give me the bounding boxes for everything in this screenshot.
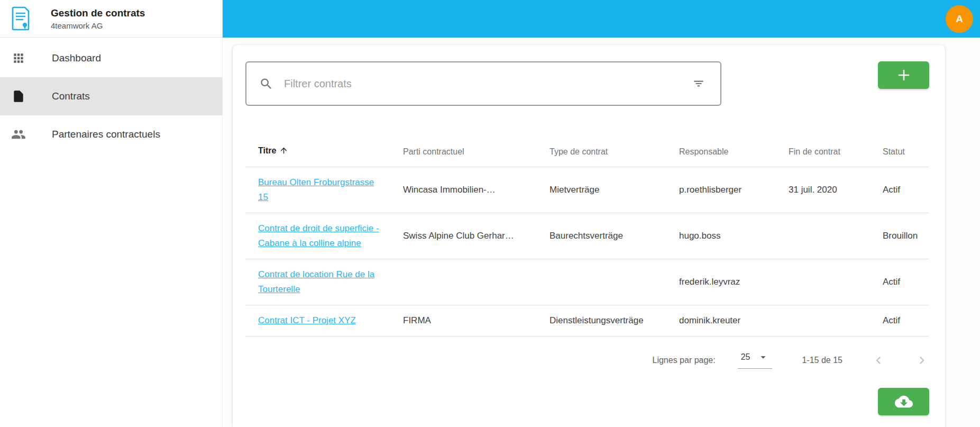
table-header-row: Titre Parti contractuel Type de contrat … — [245, 139, 929, 167]
pagination: Lignes par page: 25 1-15 de 15 — [245, 351, 929, 369]
cell-responsible: frederik.leyvraz — [666, 259, 776, 305]
table-row: Contrat ICT - Projet XYZ FIRMA Dienstlei… — [245, 305, 929, 337]
sidebar-item-partenaires[interactable]: Partenaires contractuels — [0, 115, 222, 153]
main-area: A — [223, 0, 980, 427]
pagination-range-label: 1-15 de 15 — [802, 356, 842, 365]
column-header-statut[interactable]: Statut — [870, 139, 929, 167]
contract-title-link[interactable]: Contrat ICT - Projet XYZ — [258, 315, 356, 325]
column-header-responsable[interactable]: Responsable — [666, 139, 776, 167]
download-export-button[interactable] — [878, 388, 929, 415]
cell-type — [537, 259, 666, 305]
sidebar-item-label: Contrats — [52, 90, 90, 102]
document-icon — [11, 88, 26, 104]
previous-page-button[interactable] — [871, 353, 886, 368]
cell-status: Actif — [870, 305, 929, 337]
cloud-download-icon — [895, 393, 913, 411]
table-row: Bureau Olten Froburgstrasse 15 Wincasa I… — [245, 167, 929, 213]
add-contract-button[interactable] — [878, 61, 929, 89]
column-header-titre[interactable]: Titre — [245, 139, 390, 167]
download-row — [245, 388, 929, 415]
table-row: Contrat de location Rue de la Tourterell… — [245, 259, 929, 305]
cell-party: Swiss Alpine Club Gerhar… — [390, 213, 537, 259]
sidebar-item-label: Dashboard — [52, 52, 101, 64]
cell-responsible: hugo.boss — [666, 213, 776, 259]
content-area: Titre Parti contractuel Type de contrat … — [223, 38, 980, 427]
contracts-card: Titre Parti contractuel Type de contrat … — [233, 45, 945, 427]
filter-list-icon[interactable] — [692, 77, 706, 90]
sort-ascending-icon — [279, 146, 288, 157]
search-icon — [259, 77, 273, 91]
table-row: Contrat de droit de superficie - Cabane … — [245, 213, 929, 259]
cell-type: Baurechtsverträge — [537, 213, 666, 259]
cell-party: FIRMA — [390, 305, 537, 337]
column-header-parti[interactable]: Parti contractuel — [390, 139, 537, 167]
filter-search-box[interactable] — [245, 61, 721, 106]
cell-party: Wincasa Immobilien-… — [390, 167, 537, 213]
column-header-label: Titre — [258, 146, 276, 155]
rows-per-page-label: Lignes par page: — [652, 356, 715, 365]
cell-status: Actif — [870, 167, 929, 213]
contract-title-link[interactable]: Bureau Olten Froburgstrasse 15 — [258, 177, 374, 202]
app-titles: Gestion de contrats 4teamwork AG — [51, 7, 145, 30]
user-avatar[interactable]: A — [946, 5, 973, 33]
sidebar-item-dashboard[interactable]: Dashboard — [0, 39, 222, 77]
app-logo-icon — [10, 6, 31, 31]
cell-type: Mietverträge — [537, 167, 666, 213]
sidebar-item-label: Partenaires contractuels — [52, 129, 160, 140]
column-header-type[interactable]: Type de contrat — [537, 139, 666, 167]
chevron-left-icon — [871, 353, 886, 368]
cell-end-date — [776, 305, 870, 337]
dropdown-arrow-icon — [757, 351, 769, 363]
next-page-button[interactable] — [914, 353, 929, 368]
rows-per-page-value: 25 — [741, 352, 750, 362]
app-root: Gestion de contrats 4teamwork AG Dashboa… — [0, 0, 980, 427]
plus-icon — [896, 67, 912, 83]
cell-end-date: 31 juil. 2020 — [776, 167, 870, 213]
topbar: A — [223, 0, 980, 38]
contracts-table: Titre Parti contractuel Type de contrat … — [245, 139, 929, 337]
toolbar — [245, 61, 929, 106]
app-subtitle: 4teamwork AG — [51, 21, 145, 30]
cell-responsible: p.roethlisberger — [666, 167, 776, 213]
cell-status: Actif — [870, 259, 929, 305]
cell-type: Dienstleistungsverträge — [537, 305, 666, 337]
app-title: Gestion de contrats — [51, 7, 145, 19]
people-icon — [11, 126, 26, 142]
filter-contracts-input[interactable] — [284, 78, 692, 90]
sidebar: Gestion de contrats 4teamwork AG Dashboa… — [0, 0, 223, 427]
contract-title-link[interactable]: Contrat de location Rue de la Tourterell… — [258, 269, 374, 294]
sidebar-header: Gestion de contrats 4teamwork AG — [0, 0, 222, 38]
grid-icon — [11, 50, 26, 66]
sidebar-item-contrats[interactable]: Contrats — [0, 77, 222, 115]
cell-status: Brouillon — [870, 213, 929, 259]
chevron-right-icon — [914, 353, 929, 368]
column-header-fin[interactable]: Fin de contrat — [776, 139, 870, 167]
sidebar-nav: Dashboard Contrats Partenaires contractu… — [0, 38, 222, 153]
cell-party — [390, 259, 537, 305]
cell-end-date — [776, 259, 870, 305]
cell-end-date — [776, 213, 870, 259]
rows-per-page-select[interactable]: 25 — [738, 351, 773, 369]
cell-responsible: dominik.kreuter — [666, 305, 776, 337]
contract-title-link[interactable]: Contrat de droit de superficie - Cabane … — [258, 223, 379, 248]
